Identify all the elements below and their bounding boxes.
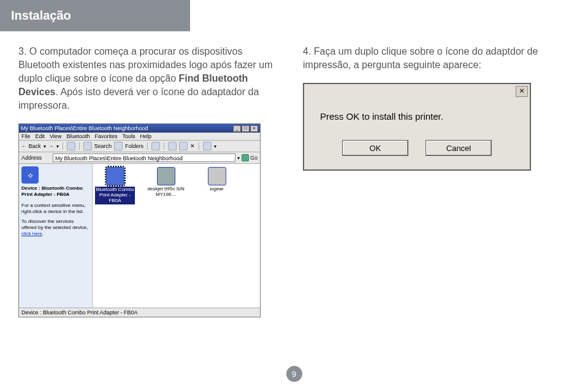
status-text: Device : Bluetooth Combo Print Adapter -…	[21, 309, 138, 316]
step-number: 4.	[303, 46, 311, 56]
device-item[interactable]: Bluetooth Combo Print Adapter - FB0A	[95, 167, 135, 204]
menu-edit[interactable]: Edit	[36, 133, 45, 139]
address-label: Address	[21, 155, 42, 161]
menu-help[interactable]: Help	[140, 133, 151, 139]
step-number: 3.	[18, 46, 26, 56]
column-right: 4. Faça um duplo clique sobre o ícone do…	[303, 45, 567, 317]
delete-icon[interactable]: ✕	[190, 143, 195, 149]
back-button[interactable]: ← Back	[21, 143, 41, 149]
click-here-link[interactable]: click here	[21, 231, 42, 236]
printer-icon	[157, 167, 175, 185]
address-icon	[44, 154, 51, 161]
dialog-message: Press OK to install this printer.	[304, 84, 530, 140]
dialog-button-row: OK Cancel	[304, 140, 530, 169]
forward-dropdown-icon[interactable]: ▾	[56, 144, 59, 149]
menu-bar: File Edit View Bluetooth Favorites Tools…	[19, 133, 260, 141]
tb-icon-a[interactable]	[168, 142, 177, 150]
explorer-window: My Bluetooth Places\Entire Bluetooth Nei…	[18, 123, 261, 317]
search-label[interactable]: Search	[94, 143, 112, 149]
explorer-body: ⟡ Device : Bluetooth Combo Print Adapter…	[19, 164, 260, 314]
go-icon	[242, 154, 249, 161]
page-number-value: 9	[292, 370, 296, 379]
status-bar: Device : Bluetooth Combo Print Adapter -…	[19, 308, 260, 317]
folders-icon[interactable]	[114, 142, 123, 150]
menu-bluetooth[interactable]: Bluetooth	[66, 133, 90, 139]
toolbar-separator	[147, 142, 148, 150]
device-label: deskjet 995c S/N MY19E...	[146, 187, 186, 198]
dialog-close-button[interactable]: ×	[516, 86, 528, 97]
side-hint-1: For a context sensitive menu, right-clic…	[21, 203, 90, 215]
page-number: 9	[286, 366, 302, 382]
toolbar-separator	[199, 142, 199, 150]
back-dropdown-icon[interactable]: ▾	[44, 144, 46, 149]
menu-file[interactable]: File	[21, 133, 31, 139]
explorer-titlebar: My Bluetooth Places\Entire Bluetooth Nei…	[19, 124, 260, 133]
device-item[interactable]: iogear	[197, 167, 237, 192]
address-input[interactable]: My Bluetooth Places\Entire Bluetooth Nei…	[53, 153, 235, 162]
laptop-icon	[208, 167, 226, 185]
up-icon[interactable]	[67, 142, 75, 150]
minimize-button[interactable]: _	[233, 125, 241, 132]
step-3-text: 3. O computador começa a procurar os dis…	[18, 45, 282, 112]
address-bar: Address My Bluetooth Places\Entire Bluet…	[19, 152, 260, 164]
bluetooth-icon: ⟡	[21, 166, 39, 184]
step-4-text: 4. Faça um duplo clique sobre o ícone do…	[303, 45, 567, 72]
toolbar: ← Back ▾ → ▾ Search Folders ✕ ▾	[19, 141, 260, 152]
printer-adapter-icon	[106, 167, 124, 185]
views-dropdown-icon[interactable]: ▾	[214, 144, 216, 149]
section-title: Instalação	[11, 9, 71, 22]
step-4-body: Faça um duplo clique sobre o ícone do ad…	[303, 46, 538, 70]
section-header: Instalação	[0, 0, 190, 31]
search-icon[interactable]	[83, 142, 92, 150]
menu-tools[interactable]: Tools	[122, 133, 135, 139]
maximize-button[interactable]: □	[242, 125, 250, 132]
tb-icon-b[interactable]	[179, 142, 188, 150]
toolbar-separator	[79, 142, 80, 150]
go-button[interactable]: Go	[242, 154, 258, 161]
forward-button[interactable]: →	[48, 143, 54, 149]
toolbar-separator	[164, 142, 164, 150]
side-hint-2: To discover the services offered by the …	[21, 219, 90, 237]
device-label: iogear	[197, 187, 237, 192]
folders-label[interactable]: Folders	[125, 143, 143, 149]
close-button[interactable]: ×	[250, 125, 258, 132]
device-label: Bluetooth Combo Print Adapter - FB0A	[95, 187, 135, 204]
side-device-label: Device : Bluetooth Combo Print Adapter -…	[21, 185, 90, 198]
toolbar-separator	[63, 142, 63, 150]
side-pane: ⟡ Device : Bluetooth Combo Print Adapter…	[19, 164, 93, 314]
window-controls: _ □ ×	[233, 125, 258, 132]
ok-button[interactable]: OK	[342, 140, 408, 156]
menu-view[interactable]: View	[50, 133, 61, 139]
device-list: Bluetooth Combo Print Adapter - FB0A des…	[93, 164, 260, 314]
window-title: My Bluetooth Places\Entire Bluetooth Nei…	[21, 125, 148, 131]
history-icon[interactable]	[151, 142, 160, 150]
column-left: 3. O computador começa a procurar os dis…	[18, 45, 282, 317]
install-dialog: × Press OK to install this printer. OK C…	[303, 83, 531, 171]
address-dropdown-icon[interactable]: ▾	[237, 155, 240, 161]
cancel-button[interactable]: Cancel	[426, 140, 492, 156]
menu-favorites[interactable]: Favorites	[94, 133, 117, 139]
content-columns: 3. O computador começa a procurar os dis…	[0, 31, 588, 317]
device-item[interactable]: deskjet 995c S/N MY19E...	[146, 167, 186, 198]
views-icon[interactable]	[203, 142, 212, 150]
